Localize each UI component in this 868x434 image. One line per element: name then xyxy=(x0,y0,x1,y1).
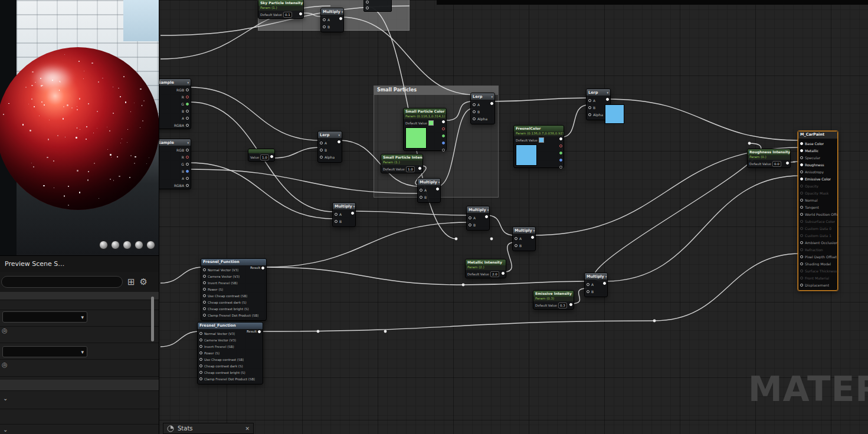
node-emissive-intensity[interactable]: Emissive IntensityParam (0.3)Default Val… xyxy=(533,290,574,310)
output-pin[interactable] xyxy=(786,162,789,165)
node-lerp-1[interactable]: Lerp▾ABAlpha xyxy=(317,131,342,163)
input-pin[interactable] xyxy=(199,358,202,361)
input-pin-surface-thickness[interactable] xyxy=(800,269,803,272)
input-pin[interactable] xyxy=(366,6,369,9)
settings-gear-icon[interactable]: ⚙ xyxy=(140,278,148,287)
node-multiply-2[interactable]: Multiply▾AB xyxy=(466,206,490,231)
input-pin[interactable] xyxy=(199,332,202,335)
section-expander-icon[interactable]: ⌄ xyxy=(3,427,8,433)
output-pin[interactable] xyxy=(485,215,488,218)
input-pin-opacity-mask[interactable] xyxy=(800,192,803,195)
output-pin-0[interactable] xyxy=(559,137,562,140)
input-pin-custom-data-1[interactable] xyxy=(800,234,803,237)
grid-view-icon[interactable]: ⊞ xyxy=(127,278,135,287)
node-small-particle-color[interactable]: Small Particle ColorParam (0.116,1,0.314… xyxy=(403,108,447,151)
output-pin[interactable] xyxy=(418,167,421,170)
output-pin-3[interactable] xyxy=(559,159,562,162)
input-pin-a[interactable] xyxy=(587,283,589,286)
output-pin[interactable] xyxy=(606,98,609,101)
output-pin-1[interactable] xyxy=(442,127,445,130)
input-pin-tangent[interactable] xyxy=(800,206,803,209)
preview-shape-cube[interactable] xyxy=(135,241,143,249)
input-pin[interactable] xyxy=(199,338,202,341)
input-pin-b[interactable] xyxy=(420,196,422,199)
input-pin-b[interactable] xyxy=(320,149,323,152)
output-pin-3[interactable] xyxy=(442,142,445,144)
input-pin[interactable] xyxy=(199,345,202,348)
asset-picker-icon[interactable]: ◎ xyxy=(2,327,8,334)
node-small-particle-intensity[interactable]: Small Particle IntensityParam (1.)Defaul… xyxy=(381,154,423,173)
output-pin-2[interactable] xyxy=(559,152,562,154)
input-pin[interactable] xyxy=(203,294,206,297)
input-pin-alpha[interactable] xyxy=(320,156,323,159)
input-pin-b[interactable] xyxy=(515,244,517,247)
input-pin-b[interactable] xyxy=(588,106,591,109)
preview-shape-cylinder[interactable] xyxy=(99,241,108,249)
input-pin-b[interactable] xyxy=(587,290,589,293)
field-value[interactable]: 2.0 xyxy=(490,271,499,277)
input-pin-front-material[interactable] xyxy=(800,277,803,280)
output-pin-result[interactable] xyxy=(258,330,261,333)
input-pin[interactable] xyxy=(203,281,206,284)
output-pin-rgb[interactable] xyxy=(186,88,189,91)
stats-close-button[interactable]: ✕ xyxy=(245,426,250,432)
input-pin-alpha[interactable] xyxy=(588,113,591,116)
field-value[interactable]: 1.0 xyxy=(260,154,269,160)
input-pin-normal[interactable] xyxy=(800,199,803,202)
section-expander-icon[interactable]: ⌄ xyxy=(3,396,8,402)
node-lerp-2[interactable]: Lerp▾ABAlpha xyxy=(470,93,495,124)
node-constant-value[interactable]: Value1.0 xyxy=(248,149,275,162)
input-pin-a[interactable] xyxy=(473,103,476,106)
input-pin-a[interactable] xyxy=(588,99,591,102)
preview-shape-sphere[interactable] xyxy=(111,241,120,249)
input-pin[interactable] xyxy=(203,288,206,291)
input-pin-refraction[interactable] xyxy=(800,248,803,251)
input-pin[interactable] xyxy=(203,301,206,304)
details-dropdown-1[interactable]: ▾ xyxy=(2,311,87,323)
output-pin-a[interactable] xyxy=(186,177,189,180)
search-input[interactable] xyxy=(1,276,123,288)
node-multiply-3[interactable]: Multiply▾AB xyxy=(512,226,536,251)
preview-shape-mesh[interactable] xyxy=(146,241,155,249)
node-multiply-top[interactable]: Multiply▾AB xyxy=(320,8,344,32)
input-pin-emissive-color[interactable] xyxy=(800,177,803,180)
input-pin-specular[interactable] xyxy=(800,156,803,159)
node-fresnel-color[interactable]: FresnelColorParam (0.136,0.7,0.038,0.927… xyxy=(513,125,564,168)
output-pin-b[interactable] xyxy=(186,170,189,173)
node-roughness-intensity[interactable]: Roughness IntensityParam (0.)Default Val… xyxy=(747,149,791,168)
input-pin[interactable] xyxy=(203,268,206,271)
output-pin-0[interactable] xyxy=(442,120,445,123)
node-fresnel-function-2[interactable]: Fresnel_FunctionNormal Vector (V3)Camera… xyxy=(197,322,263,384)
preview-viewport[interactable] xyxy=(0,0,159,255)
output-pin-rgb[interactable] xyxy=(186,149,189,152)
input-pin[interactable] xyxy=(199,351,202,354)
input-pin-world-position-offset[interactable] xyxy=(800,213,803,216)
output-pin[interactable] xyxy=(490,102,493,105)
color-swatch-small[interactable] xyxy=(428,120,434,126)
input-pin-displacement[interactable] xyxy=(800,284,803,287)
details-scrollbar[interactable] xyxy=(151,297,154,341)
output-pin-g[interactable] xyxy=(186,163,189,166)
input-pin-a[interactable] xyxy=(320,142,323,144)
input-pin-b[interactable] xyxy=(335,220,338,223)
output-pin-rgba[interactable] xyxy=(186,124,189,127)
floating-color-swatch[interactable] xyxy=(605,104,624,124)
output-pin[interactable] xyxy=(339,17,342,20)
output-pin[interactable] xyxy=(299,12,302,15)
output-pin[interactable] xyxy=(603,282,606,285)
node-metallic-intensity[interactable]: Metallic IntensityParam (2.)Default Valu… xyxy=(465,259,506,278)
input-pin-ambient-occlusion[interactable] xyxy=(800,241,803,244)
output-pin[interactable] xyxy=(502,272,505,275)
input-pin-pixel-depth-offset[interactable] xyxy=(800,255,803,258)
input-pin-a[interactable] xyxy=(469,216,471,219)
output-pin-4[interactable] xyxy=(559,166,562,169)
input-pin[interactable] xyxy=(199,371,202,374)
preview-scene-settings-tab[interactable]: Preview Scene S… xyxy=(0,255,159,272)
output-pin[interactable] xyxy=(351,212,354,215)
input-pin[interactable] xyxy=(203,275,206,278)
input-pin-alpha[interactable] xyxy=(473,117,476,120)
output-pin-result[interactable] xyxy=(261,267,264,269)
input-pin-custom-data-0[interactable] xyxy=(800,227,803,230)
color-swatch[interactable] xyxy=(516,144,537,166)
stats-panel-tab[interactable]: Stats ✕ xyxy=(163,423,254,434)
